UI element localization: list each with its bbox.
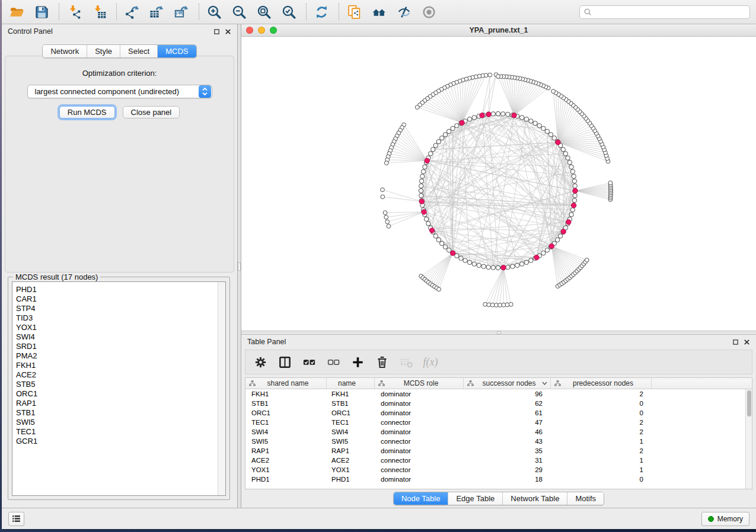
network-node[interactable] xyxy=(501,112,505,116)
mcds-result-item[interactable]: SWI4 xyxy=(12,332,225,342)
export-network-icon[interactable] xyxy=(123,3,141,21)
clipboard-network-icon[interactable] xyxy=(345,3,363,21)
network-node[interactable] xyxy=(433,234,438,238)
import-table-icon[interactable] xyxy=(90,3,108,21)
network-node[interactable] xyxy=(498,303,502,307)
network-node[interactable] xyxy=(385,220,390,224)
network-node[interactable] xyxy=(541,126,546,130)
dominator-node[interactable] xyxy=(419,199,424,204)
network-node[interactable] xyxy=(381,195,385,199)
table-row[interactable]: TEC1TEC1connector472 xyxy=(245,418,745,427)
table-tab-motifs[interactable]: Motifs xyxy=(567,492,604,505)
network-node[interactable] xyxy=(515,263,519,267)
network-node[interactable] xyxy=(506,112,510,116)
table-tab-network-table[interactable]: Network Table xyxy=(502,492,567,505)
deselect-all-icon[interactable] xyxy=(326,354,341,370)
network-node[interactable] xyxy=(524,117,528,121)
split-grip[interactable] xyxy=(238,262,241,271)
gear-icon[interactable] xyxy=(253,354,268,370)
network-node[interactable] xyxy=(566,156,570,160)
network-node[interactable] xyxy=(545,129,549,133)
mcds-list-scrollbar[interactable] xyxy=(218,282,225,495)
mcds-result-item[interactable]: STB1 xyxy=(12,408,225,418)
network-node[interactable] xyxy=(431,148,435,152)
table-split-grip[interactable] xyxy=(497,331,501,334)
hide-eye-icon[interactable] xyxy=(395,3,413,21)
network-node[interactable] xyxy=(548,133,553,137)
network-node[interactable] xyxy=(423,165,427,169)
network-node[interactable] xyxy=(559,234,563,238)
network-node[interactable] xyxy=(415,105,419,110)
network-node[interactable] xyxy=(459,256,463,260)
network-node[interactable] xyxy=(443,245,447,249)
network-node[interactable] xyxy=(387,225,391,229)
network-node[interactable] xyxy=(443,133,447,137)
mcds-result-item[interactable]: GCR1 xyxy=(12,437,225,446)
network-node[interactable] xyxy=(567,160,572,164)
dominator-node[interactable] xyxy=(571,203,576,208)
network-node[interactable] xyxy=(486,265,490,269)
table-row[interactable]: ORC1ORC1dominator610 xyxy=(245,408,745,418)
network-node[interactable] xyxy=(569,165,573,169)
tab-style[interactable]: Style xyxy=(87,45,120,57)
mcds-result-item[interactable]: CAR1 xyxy=(12,294,225,304)
refresh-icon[interactable] xyxy=(312,3,330,21)
dominator-node[interactable] xyxy=(512,113,516,118)
table-scrollbar-thumb[interactable] xyxy=(747,390,751,416)
zoom-out-icon[interactable] xyxy=(230,3,248,21)
network-node[interactable] xyxy=(520,116,524,120)
table-row[interactable]: SWI5SWI5connector431 xyxy=(245,437,745,446)
tab-network[interactable]: Network xyxy=(43,45,87,57)
network-node[interactable] xyxy=(573,184,577,188)
network-node[interactable] xyxy=(426,222,430,226)
dominator-node[interactable] xyxy=(480,113,484,118)
network-node[interactable] xyxy=(488,73,492,77)
network-node[interactable] xyxy=(556,238,560,242)
network-node[interactable] xyxy=(572,198,576,203)
import-network-icon[interactable] xyxy=(65,3,83,21)
network-node[interactable] xyxy=(481,264,486,268)
network-node[interactable] xyxy=(446,129,451,133)
network-node[interactable] xyxy=(511,264,515,268)
column-header-name[interactable]: name xyxy=(327,378,375,389)
network-node[interactable] xyxy=(573,194,577,198)
mcds-result-item[interactable]: STP4 xyxy=(12,304,225,313)
network-node[interactable] xyxy=(384,215,388,219)
dominator-node[interactable] xyxy=(566,220,571,225)
mcds-result-item[interactable]: FKH1 xyxy=(12,361,225,370)
add-column-icon[interactable] xyxy=(350,354,365,370)
network-node[interactable] xyxy=(436,139,441,143)
network-node[interactable] xyxy=(419,179,423,183)
criterion-dropdown[interactable]: largest connected component (undirected) xyxy=(27,85,212,98)
network-node[interactable] xyxy=(437,287,441,291)
network-node[interactable] xyxy=(381,188,385,192)
network-node[interactable] xyxy=(467,117,471,121)
network-node[interactable] xyxy=(496,265,500,270)
memory-button[interactable]: Memory xyxy=(701,512,749,526)
mcds-result-item[interactable]: YOX1 xyxy=(12,323,225,332)
open-folder-icon[interactable] xyxy=(8,3,25,21)
network-node[interactable] xyxy=(541,251,546,255)
network-node[interactable] xyxy=(433,143,438,148)
tab-select[interactable]: Select xyxy=(120,45,157,57)
save-icon[interactable] xyxy=(33,3,50,21)
table-row[interactable]: STB1STB1dominator620 xyxy=(245,399,745,408)
mcds-result-item[interactable]: STB5 xyxy=(12,380,225,389)
network-node[interactable] xyxy=(440,136,444,140)
export-table-icon[interactable] xyxy=(148,3,165,21)
mcds-result-item[interactable]: SWI5 xyxy=(12,418,225,427)
dominator-node[interactable] xyxy=(460,120,464,125)
table-row[interactable]: PHD1PHD1dominator180 xyxy=(245,475,745,484)
column-header-successor-nodes[interactable]: successor nodes xyxy=(464,378,551,389)
network-node[interactable] xyxy=(529,258,533,262)
dominator-node[interactable] xyxy=(549,243,554,248)
network-node[interactable] xyxy=(572,174,576,178)
network-view[interactable] xyxy=(241,37,756,331)
network-node[interactable] xyxy=(477,263,481,267)
zoom-in-icon[interactable] xyxy=(205,3,223,21)
table-scrollbar[interactable] xyxy=(745,389,752,489)
network-node[interactable] xyxy=(419,184,423,188)
table-row[interactable]: FKH1FKH1dominator962 xyxy=(245,389,745,399)
mcds-result-item[interactable]: ORC1 xyxy=(12,389,225,399)
column-header-MCDS-role[interactable]: MCDS role xyxy=(375,378,464,389)
